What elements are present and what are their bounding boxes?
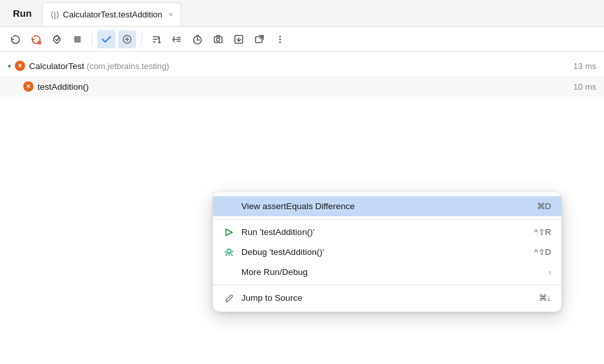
rerun-failed-button[interactable]: ! [27, 30, 45, 48]
child-duration: 10 ms [574, 82, 596, 92]
svg-line-29 [226, 253, 227, 256]
tab-calculator-test[interactable]: ⟨|⟩ CalculatorTest.testAddition × [42, 3, 181, 26]
menu-item-jump-to-source[interactable]: Jump to Source ⌘↓ [213, 288, 561, 308]
debug-icon [223, 248, 235, 257]
svg-rect-2 [74, 36, 81, 43]
menu-separator-2 [213, 285, 561, 285]
timing-button[interactable] [188, 30, 206, 48]
fail-icon-child [23, 81, 34, 92]
svg-point-19 [217, 38, 220, 41]
run-test-label: Run 'testAddition()' [241, 227, 528, 237]
menu-item-debug-test[interactable]: Debug 'testAddition()' ^⇧D [213, 242, 561, 262]
main-window: Run ⟨|⟩ CalculatorTest.testAddition × ! [0, 0, 604, 364]
filter-button[interactable] [118, 30, 136, 48]
test-method-name: testAddition() [37, 82, 570, 92]
tab-bar: Run ⟨|⟩ CalculatorTest.testAddition × [0, 0, 604, 27]
menu-item-run-test[interactable]: Run 'testAddition()' ^⇧R [213, 222, 561, 242]
svg-point-25 [279, 38, 281, 40]
toggle-auto-test-button[interactable] [48, 30, 66, 48]
stop-button[interactable] [68, 30, 86, 48]
show-passed-button[interactable] [97, 30, 116, 48]
tab-icon: ⟨|⟩ [50, 10, 59, 19]
toolbar-separator-1 [92, 33, 92, 46]
svg-point-28 [227, 249, 231, 253]
svg-point-26 [279, 41, 281, 43]
chevron-icon[interactable]: ▾ [8, 63, 11, 70]
test-class-name: CalculatorTest (com.jetbrains.testing) [29, 61, 570, 71]
sort-button[interactable] [147, 30, 165, 48]
svg-line-30 [231, 253, 232, 256]
toolbar: ! [0, 27, 604, 52]
menu-item-more-run-debug[interactable]: More Run/Debug › [213, 262, 561, 282]
menu-separator-1 [213, 219, 561, 219]
svg-marker-27 [226, 229, 232, 236]
main-content: ▾ CalculatorTest (com.jetbrains.testing)… [0, 52, 604, 364]
run-icon [223, 228, 235, 237]
submenu-chevron-icon: › [549, 268, 551, 277]
debug-test-shortcut: ^⇧D [534, 247, 552, 257]
jump-to-source-shortcut: ⌘↓ [539, 293, 552, 303]
menu-item-view-assert-diff[interactable]: View assertEquals Difference ⌘D [213, 196, 561, 216]
run-test-shortcut: ^⇧R [534, 227, 552, 237]
view-assert-diff-label: View assertEquals Difference [241, 201, 530, 211]
rerun-button[interactable] [6, 30, 25, 48]
open-in-button[interactable] [250, 30, 268, 48]
export-button[interactable] [230, 30, 248, 48]
svg-text:!: ! [39, 41, 39, 45]
run-label: Run [8, 8, 37, 19]
pencil-icon [223, 294, 235, 303]
tab-close-button[interactable]: × [168, 10, 172, 18]
tab-label: CalculatorTest.testAddition [63, 10, 163, 19]
context-menu: View assertEquals Difference ⌘D Run 'tes… [213, 192, 561, 312]
parent-duration: 13 ms [574, 61, 596, 71]
more-options-button[interactable] [271, 30, 289, 48]
view-assert-diff-shortcut: ⌘D [537, 201, 551, 211]
snapshot-button[interactable] [209, 30, 227, 48]
jump-to-source-label: Jump to Source [241, 293, 532, 303]
test-pkg: (com.jetbrains.testing) [86, 61, 169, 71]
toolbar-separator-2 [141, 33, 142, 46]
more-run-debug-label: More Run/Debug [241, 267, 542, 277]
fail-icon-parent [15, 61, 25, 71]
tree-view-button[interactable] [168, 30, 186, 48]
test-tree: ▾ CalculatorTest (com.jetbrains.testing)… [0, 52, 604, 101]
test-row-child[interactable]: testAddition() 10 ms [0, 76, 604, 97]
debug-test-label: Debug 'testAddition()' [241, 247, 528, 257]
svg-point-24 [279, 35, 281, 37]
test-row-parent[interactable]: ▾ CalculatorTest (com.jetbrains.testing)… [0, 56, 604, 76]
